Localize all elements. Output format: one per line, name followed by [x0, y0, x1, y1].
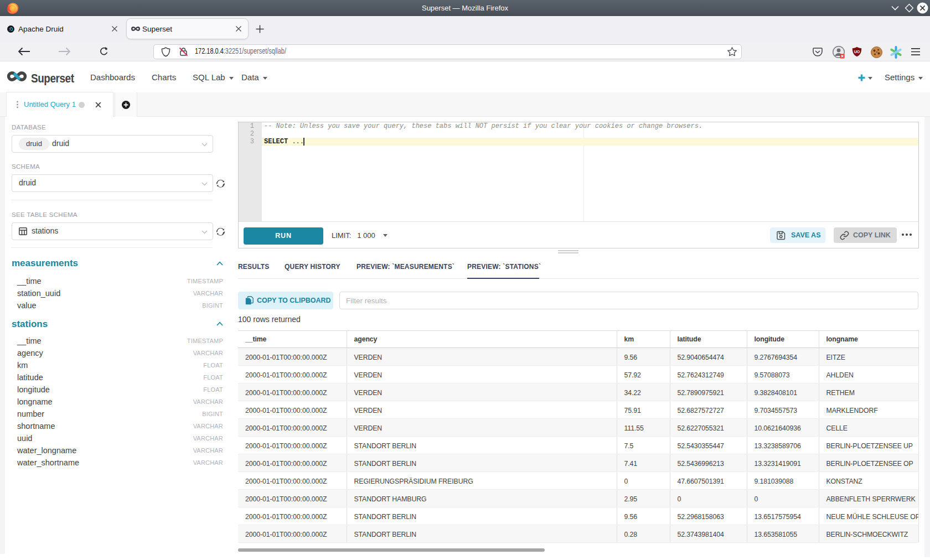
svg-text:UO: UO	[854, 50, 860, 54]
